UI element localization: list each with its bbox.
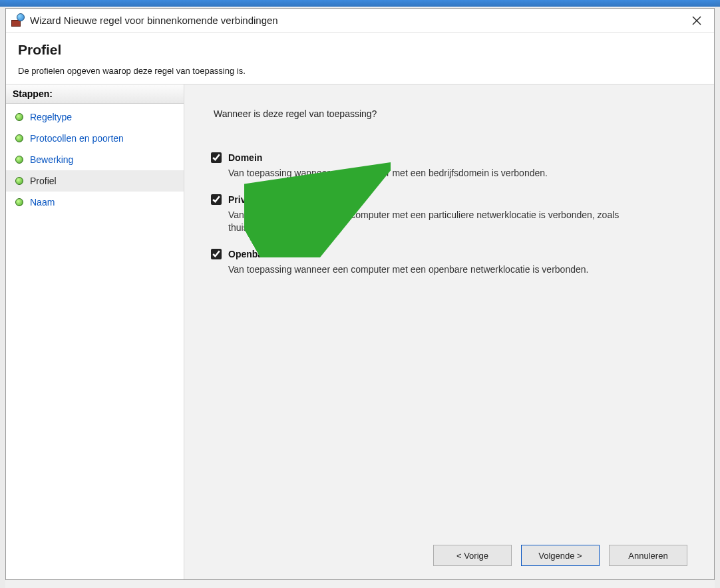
checkbox-domein[interactable]	[211, 152, 222, 163]
step-label: Bewerking	[30, 154, 73, 165]
option-label: Privé	[228, 194, 251, 205]
cancel-button[interactable]: Annuleren	[609, 545, 687, 566]
close-icon	[692, 16, 701, 25]
step-label: Protocollen en poorten	[30, 133, 124, 144]
wizard-window: Wizard Nieuwe regel voor binnenkomende v…	[5, 8, 715, 580]
step-bullet-icon	[15, 177, 23, 185]
wizard-header: Profiel De profielen opgeven waarop deze…	[6, 33, 714, 84]
step-regeltype[interactable]: Regeltype	[6, 106, 184, 128]
step-bullet-icon	[15, 198, 23, 206]
step-bullet-icon	[15, 113, 23, 121]
wizard-body: Stappen: Regeltype Protocollen en poorte…	[6, 84, 714, 579]
wizard-content: Wanneer is deze regel van toepassing? Do…	[184, 84, 714, 579]
step-label: Regeltype	[30, 112, 72, 122]
step-bullet-icon	[15, 156, 23, 164]
option-label: Domein	[228, 152, 262, 163]
option-openbaar: Openbaar Van toepassing wanneer een comp…	[211, 249, 687, 276]
checkbox-openbaar[interactable]	[211, 249, 222, 259]
step-profiel[interactable]: Profiel	[6, 170, 184, 192]
page-title: Profiel	[18, 42, 702, 58]
option-domein: Domein Van toepassing wanneer een comput…	[211, 152, 687, 180]
back-button[interactable]: < Vorige	[433, 545, 512, 566]
step-protocollen-en-poorten[interactable]: Protocollen en poorten	[6, 128, 184, 149]
step-label: Profiel	[30, 176, 57, 186]
next-button[interactable]: Volgende >	[521, 545, 600, 566]
steps-heading: Stappen:	[6, 84, 184, 104]
wizard-buttons: < Vorige Volgende > Annuleren	[211, 531, 687, 566]
step-label: Naam	[30, 197, 55, 208]
background-top-accent	[0, 0, 720, 7]
firewall-wizard-icon	[11, 15, 23, 27]
background-edge-left	[0, 0, 5, 588]
checkbox-prive[interactable]	[211, 194, 222, 205]
step-bullet-icon	[15, 134, 23, 142]
background-edge-right	[715, 0, 720, 588]
option-description: Van toepassing wanneer een computer met …	[228, 209, 641, 234]
close-button[interactable]	[683, 11, 710, 30]
titlebar: Wizard Nieuwe regel voor binnenkomende v…	[6, 9, 714, 33]
steps-sidebar: Stappen: Regeltype Protocollen en poorte…	[6, 84, 184, 579]
step-bewerking[interactable]: Bewerking	[6, 149, 184, 170]
step-naam[interactable]: Naam	[6, 192, 184, 213]
window-title: Wizard Nieuwe regel voor binnenkomende v…	[27, 15, 683, 26]
content-question: Wanneer is deze regel van toepassing?	[214, 108, 687, 119]
option-prive: Privé Van toepassing wanneer een compute…	[211, 194, 687, 234]
steps-list: Regeltype Protocollen en poorten Bewerki…	[6, 104, 184, 216]
option-description: Van toepassing wanneer een computer met …	[228, 167, 641, 180]
option-description: Van toepassing wanneer een computer met …	[228, 263, 641, 276]
profile-options: Domein Van toepassing wanneer een comput…	[211, 152, 687, 276]
option-label: Openbaar	[228, 249, 271, 259]
page-subtitle: De profielen opgeven waarop deze regel v…	[18, 66, 702, 76]
